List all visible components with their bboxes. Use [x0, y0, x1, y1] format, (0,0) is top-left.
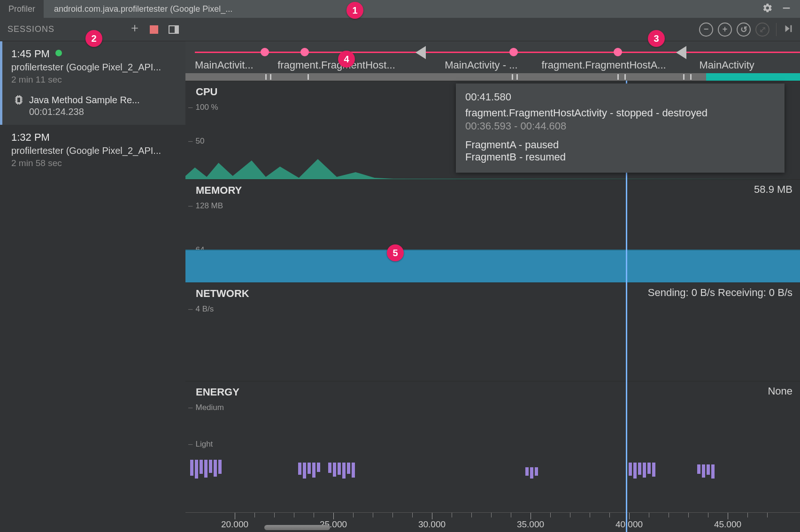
cpu-y-100: 100 %: [188, 103, 218, 112]
tooltip-activity: fragment.FragmentHostActivity - stopped …: [465, 107, 775, 119]
tooltip-fragment-b: FragmentB - resumed: [465, 151, 775, 163]
energy-title: ENERGY: [185, 381, 800, 398]
session-subtitle: profilertester (Google Pixel_2_API...: [11, 62, 177, 73]
sessions-title: SESSIONS: [8, 24, 54, 34]
session-time: 1:32 PM: [11, 131, 177, 144]
session-time: 1:45 PM: [11, 48, 50, 60]
go-live-button[interactable]: [783, 23, 793, 36]
energy-value: None: [768, 385, 792, 397]
live-indicator-icon: [55, 50, 62, 56]
profiler-panels: CPU 100 % 50 00:41.580 fragment.Fragment…: [185, 81, 800, 532]
memory-y-128: 128 MB: [188, 201, 223, 211]
recording-label: Java Method Sample Re...: [29, 95, 140, 106]
memory-title: MEMORY: [185, 180, 800, 197]
profiler-main: − + ↺ ⤢ MainActivit... fragment.Fragment…: [185, 18, 800, 532]
time-axis[interactable]: 20.000 25.000 30.000 35.000 40.000 45.00…: [185, 512, 800, 532]
session-duration: 2 min 11 sec: [11, 75, 177, 85]
add-session-button[interactable]: [130, 23, 139, 35]
cpu-y-50: 50: [188, 137, 204, 146]
session-duration: 2 min 58 sec: [11, 158, 177, 168]
time-scrollbar-thumb[interactable]: [264, 525, 330, 530]
memory-panel[interactable]: MEMORY 58.9 MB 128 MB 64: [185, 179, 800, 282]
memory-chart: [185, 251, 800, 282]
tooltip-timestamp: 00:41.580: [465, 91, 775, 103]
network-y-4: 4 B/s: [188, 304, 214, 314]
zoom-out-button[interactable]: −: [699, 23, 713, 37]
tab-profiler[interactable]: Profiler: [0, 0, 44, 18]
session-item[interactable]: 1:45 PM profilertester (Google Pixel_2_A…: [0, 41, 185, 125]
tab-app[interactable]: android.com.java.profilertester (Google …: [44, 0, 243, 18]
minimap[interactable]: [185, 73, 800, 81]
recording-item[interactable]: Java Method Sample Re...: [13, 94, 177, 106]
toolbar-separator: [776, 23, 777, 36]
energy-y-medium: Medium: [188, 403, 224, 412]
gear-icon[interactable]: [762, 3, 773, 15]
memory-value: 58.9 MB: [754, 183, 792, 196]
sessions-panel: SESSIONS 1:45 PM profilertester (Google …: [0, 18, 185, 532]
session-item[interactable]: 1:32 PM profilertester (Google Pixel_2_A…: [0, 125, 185, 176]
event-tooltip: 00:41.580 fragment.FragmentHostActivity …: [456, 84, 785, 173]
activity-lifecycle-track[interactable]: MainActivit... fragment.FragmentHost... …: [185, 41, 800, 73]
energy-panel[interactable]: ENERGY None Medium Light: [185, 381, 800, 498]
timeline-toolbar: − + ↺ ⤢: [185, 18, 800, 41]
network-value: Sending: 0 B/s Receiving: 0 B/s: [648, 287, 792, 299]
tooltip-fragment-a: FragmentA - paused: [465, 139, 775, 151]
session-subtitle: profilertester (Google Pixel_2_API...: [11, 145, 177, 156]
recording-time: 00:01:24.238: [29, 106, 177, 117]
network-panel[interactable]: NETWORK Sending: 0 B/s Receiving: 0 B/s …: [185, 282, 800, 381]
stop-session-button[interactable]: [150, 25, 158, 34]
svg-rect-0: [783, 8, 790, 8]
tooltip-range: 00:36.593 - 00:44.608: [465, 120, 775, 132]
reset-zoom-button[interactable]: ↺: [737, 23, 751, 37]
cpu-chip-icon: [13, 94, 24, 106]
toggle-panel-button[interactable]: [169, 25, 179, 34]
title-bar: Profiler android.com.java.profilertester…: [0, 0, 800, 18]
zoom-selection-button: ⤢: [755, 23, 769, 37]
energy-y-light: Light: [188, 440, 213, 449]
energy-chart: [187, 457, 800, 479]
sessions-header: SESSIONS: [0, 18, 185, 41]
activity-labels: MainActivit... fragment.FragmentHost... …: [195, 59, 800, 71]
zoom-in-button[interactable]: +: [718, 23, 732, 37]
minimize-icon[interactable]: [781, 3, 792, 15]
